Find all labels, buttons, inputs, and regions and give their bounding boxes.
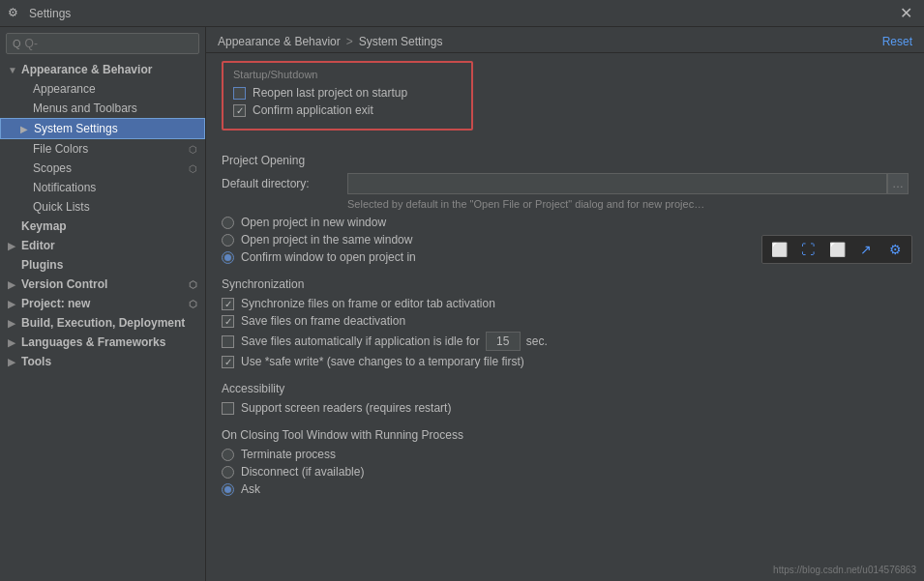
breadcrumb-part1: Appearance & Behavior (218, 35, 341, 48)
sidebar-item-system-settings[interactable]: ▶ System Settings (0, 118, 205, 139)
main-container: Q ▼ Appearance & Behavior Appearance Men… (0, 27, 924, 581)
synchronization-section: Synchronization Synchronize files on fra… (222, 277, 909, 368)
toolbar-btn-3[interactable]: ⬜ (826, 239, 848, 260)
sidebar-label: Plugins (21, 258, 63, 272)
sidebar-item-file-colors[interactable]: File Colors ⬡ (0, 139, 205, 159)
open-same-window-radio[interactable] (222, 234, 234, 247)
screen-readers-row: Support screen readers (requires restart… (222, 401, 909, 415)
autosave-row: Save files automatically if application … (222, 332, 909, 351)
autosave-checkbox[interactable] (222, 335, 234, 348)
terminate-row: Terminate process (222, 448, 909, 461)
open-new-window-label: Open project in new window (241, 216, 386, 229)
sidebar-item-quick-lists[interactable]: Quick Lists (0, 197, 205, 217)
sidebar-item-appearance-behavior[interactable]: ▼ Appearance & Behavior (0, 60, 205, 79)
scopes-icon: ⬡ (189, 163, 197, 174)
sidebar-item-plugins[interactable]: Plugins (0, 255, 205, 275)
sync-files-checkbox[interactable] (222, 298, 234, 310)
toolbar-btn-5[interactable]: ⚙ (884, 239, 906, 260)
sidebar-label: Project: new (21, 297, 90, 310)
breadcrumb-separator: > (346, 35, 353, 48)
search-box[interactable]: Q (6, 33, 199, 54)
search-icon: Q (13, 38, 21, 49)
breadcrumb: Appearance & Behavior > System Settings (218, 35, 442, 48)
toolbar-btn-4[interactable]: ↗ (855, 239, 877, 260)
content-body: Startup/Shutdown Reopen last project on … (206, 53, 924, 581)
close-button[interactable]: ✕ (896, 4, 916, 22)
save-on-deactivation-label: Save files on frame deactivation (241, 314, 405, 328)
browse-button[interactable]: … (887, 173, 909, 194)
save-on-deactivation-row: Save files on frame deactivation (222, 314, 909, 328)
autosave-label: Save files automatically if application … (241, 334, 480, 348)
sidebar-label: Version Control (21, 277, 107, 291)
confirm-exit-checkbox[interactable] (233, 104, 246, 117)
safe-write-checkbox[interactable] (222, 356, 234, 368)
search-input[interactable] (25, 37, 193, 50)
sidebar-label: Quick Lists (33, 200, 90, 214)
screen-readers-label: Support screen readers (requires restart… (241, 401, 451, 415)
disconnect-row: Disconnect (if available) (222, 465, 909, 479)
autosave-unit: sec. (526, 334, 548, 348)
confirm-window-label: Confirm window to open project in (241, 250, 416, 264)
sidebar-item-appearance[interactable]: Appearance (0, 79, 205, 99)
startup-section: Startup/Shutdown Reopen last project on … (222, 61, 909, 140)
open-same-window-label: Open project in the same window (241, 233, 412, 247)
sidebar-item-tools[interactable]: ▶ Tools (0, 352, 205, 371)
sidebar-label: Appearance (33, 82, 96, 96)
terminate-radio[interactable] (222, 449, 234, 461)
startup-section-title: Startup/Shutdown (233, 69, 462, 80)
open-new-window-row: Open project in new window (222, 216, 909, 229)
sidebar: Q ▼ Appearance & Behavior Appearance Men… (0, 27, 206, 581)
save-on-deactivation-checkbox[interactable] (222, 315, 234, 328)
title-bar: ⚙ Settings ✕ (0, 0, 924, 27)
sidebar-label: Appearance & Behavior (21, 63, 152, 76)
autosave-seconds-input[interactable]: 15 (486, 332, 521, 351)
breadcrumb-current: System Settings (359, 35, 443, 48)
ask-radio[interactable] (222, 483, 234, 496)
toolbar-btn-1[interactable]: ⬜ (768, 239, 790, 260)
floating-toolbar: ⬜ ⛶ ⬜ ↗ ⚙ (761, 235, 912, 264)
sidebar-tree: ▼ Appearance & Behavior Appearance Menus… (0, 58, 205, 581)
reopen-project-row: Reopen last project on startup (233, 86, 462, 100)
default-dir-label: Default directory: (222, 177, 347, 190)
ask-label: Ask (241, 482, 260, 496)
sidebar-item-keymap[interactable]: Keymap (0, 217, 205, 236)
safe-write-row: Use *safe write* (save changes to a temp… (222, 355, 909, 368)
sync-files-row: Synchronize files on frame or editor tab… (222, 297, 909, 310)
sidebar-label: Languages & Frameworks (21, 335, 165, 349)
disconnect-label: Disconnect (if available) (241, 465, 364, 479)
sidebar-item-languages[interactable]: ▶ Languages & Frameworks (0, 333, 205, 352)
screen-readers-checkbox[interactable] (222, 402, 234, 415)
sidebar-item-scopes[interactable]: Scopes ⬡ (0, 159, 205, 178)
sidebar-label: System Settings (34, 122, 118, 135)
reopen-project-label: Reopen last project on startup (253, 86, 407, 100)
sidebar-label: Menus and Toolbars (33, 102, 137, 115)
sidebar-item-build[interactable]: ▶ Build, Execution, Deployment (0, 313, 205, 333)
default-dir-input[interactable] (347, 173, 887, 194)
sidebar-label: Build, Execution, Deployment (21, 316, 185, 330)
sidebar-item-version-control[interactable]: ▶ Version Control ⬡ (0, 275, 205, 294)
toolbar-btn-2[interactable]: ⛶ (797, 239, 819, 260)
confirm-window-radio[interactable] (222, 251, 234, 264)
version-control-icon: ⬡ (189, 279, 197, 290)
default-directory-row: Default directory: … (222, 173, 909, 194)
content-area: Appearance & Behavior > System Settings … (206, 27, 924, 581)
closing-tool-title: On Closing Tool Window with Running Proc… (222, 428, 909, 442)
sidebar-label: Keymap (21, 219, 67, 233)
title-text: Settings (29, 7, 896, 20)
sidebar-label: Editor (21, 239, 55, 252)
synchronization-title: Synchronization (222, 277, 909, 291)
project-icon: ⬡ (189, 299, 197, 309)
safe-write-label: Use *safe write* (save changes to a temp… (241, 355, 524, 368)
open-new-window-radio[interactable] (222, 217, 234, 229)
file-colors-icon: ⬡ (189, 144, 197, 155)
arrow-icon: ▼ (8, 65, 21, 75)
sidebar-item-menus-toolbars[interactable]: Menus and Toolbars (0, 99, 205, 118)
disconnect-radio[interactable] (222, 466, 234, 479)
reopen-project-checkbox[interactable] (233, 87, 246, 100)
sidebar-item-editor[interactable]: ▶ Editor (0, 236, 205, 255)
sync-files-label: Synchronize files on frame or editor tab… (241, 297, 495, 310)
sidebar-item-notifications[interactable]: Notifications (0, 178, 205, 197)
reset-button[interactable]: Reset (882, 35, 912, 48)
sidebar-item-project-new[interactable]: ▶ Project: new ⬡ (0, 294, 205, 313)
terminate-label: Terminate process (241, 448, 336, 461)
